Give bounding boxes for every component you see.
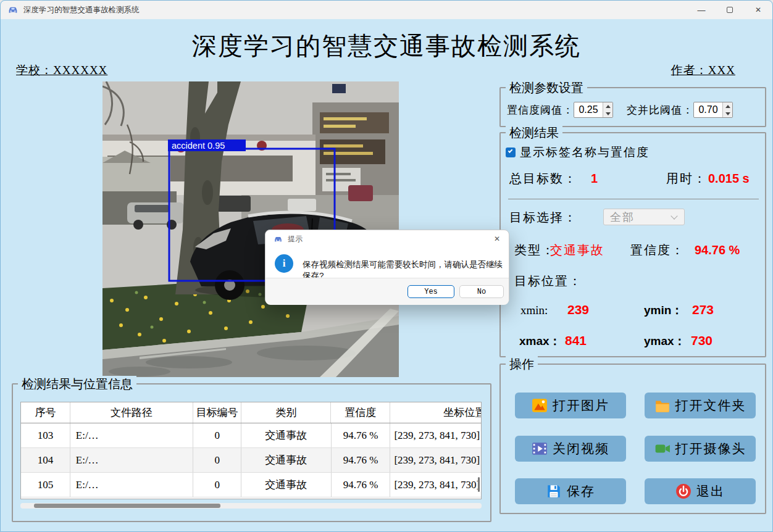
info-icon: i xyxy=(275,254,293,273)
results-group: 检测结果 显示标签名称与置信度 总目标数： 1 用时： 0.015 s 目标选择… xyxy=(499,132,766,357)
bbox-label: accident 0.95 xyxy=(172,141,225,151)
cell-target-id: 0 xyxy=(193,423,241,447)
confidence-value: 94.76 % xyxy=(695,243,740,257)
cell-class: 交通事故 xyxy=(241,473,332,497)
conf-threshold-spinbox[interactable]: 0.25 xyxy=(574,102,613,118)
car-app-icon xyxy=(7,4,19,15)
image-icon xyxy=(532,397,548,414)
cell-coords: [239, 273, 841, 730] xyxy=(390,448,481,472)
dialog-yes-button[interactable]: Yes xyxy=(407,285,454,298)
dialog-close-button[interactable]: ✕ xyxy=(488,231,506,246)
target-select-value: 全部 xyxy=(604,210,672,225)
xmax-value: 841 xyxy=(565,333,587,348)
exit-button[interactable]: 退出 xyxy=(645,478,756,504)
actions-group: 操作 打开图片 打开文件夹 关闭视频 打开摄像头 xyxy=(499,364,766,514)
folder-icon xyxy=(654,397,671,414)
school-label: 学校：XXXXXX xyxy=(16,62,107,78)
conf-threshold-value: 0.25 xyxy=(574,102,603,117)
cell-filepath: E:/… xyxy=(70,448,193,472)
table-horizontal-scrollbar[interactable] xyxy=(20,503,482,509)
spin-up-icon[interactable] xyxy=(603,102,612,110)
actions-group-title: 操作 xyxy=(506,356,538,373)
target-select-combobox[interactable]: 全部 xyxy=(603,209,685,225)
close-button[interactable]: ✕ xyxy=(744,1,772,19)
save-icon xyxy=(546,483,562,499)
iou-threshold-value: 0.70 xyxy=(694,102,722,117)
open-folder-button[interactable]: 打开文件夹 xyxy=(645,393,756,418)
open-camera-button[interactable]: 打开摄像头 xyxy=(645,436,756,462)
app-window: 深度学习的智慧交通事故检测系统 — ✕ 深度学习的智慧交通事故检测系统 学校：X… xyxy=(0,0,773,532)
checkbox-check-icon xyxy=(508,148,513,153)
iou-spin-arrows[interactable] xyxy=(722,102,732,117)
car-app-icon xyxy=(274,235,283,244)
dialog-titlebar: 提示 ✕ xyxy=(265,230,509,247)
ymin-label: ymin： xyxy=(644,302,683,318)
col-header-target-id: 目标编号 xyxy=(193,402,241,423)
cell-target-id: 0 xyxy=(193,448,241,472)
cell-class: 交通事故 xyxy=(241,423,332,447)
cell-confidence: 94.76 % xyxy=(332,448,391,472)
open-image-button[interactable]: 打开图片 xyxy=(515,393,626,418)
maximize-icon xyxy=(727,7,733,13)
minimize-button[interactable]: — xyxy=(687,1,716,19)
cell-index: 103 xyxy=(21,423,70,447)
col-header-class: 类别 xyxy=(241,402,332,423)
window-controls: — ✕ xyxy=(687,1,772,19)
cell-index: 105 xyxy=(21,473,70,497)
confidence-label: 置信度： xyxy=(630,242,685,259)
cell-filepath: E:/… xyxy=(70,473,193,497)
params-group-title: 检测参数设置 xyxy=(506,80,587,96)
chevron-down-icon xyxy=(671,212,677,219)
ymax-value: 730 xyxy=(691,333,712,348)
spin-up-icon[interactable] xyxy=(723,102,732,110)
col-header-filepath: 文件路径 xyxy=(70,402,193,423)
titlebar: 深度学习的智慧交通事故检测系统 — ✕ xyxy=(1,1,772,19)
camera-icon xyxy=(654,441,671,457)
close-icon: ✕ xyxy=(494,235,500,243)
cell-target-id: 0 xyxy=(193,473,241,497)
vertical-scrollbar-thumb[interactable] xyxy=(478,477,480,492)
spin-down-icon[interactable] xyxy=(603,110,612,117)
table-group: 检测结果与位置信息 序号 文件路径 目标编号 类别 置信度 坐标位置 103 E… xyxy=(12,383,491,522)
maximize-button[interactable] xyxy=(716,1,744,19)
conf-spin-arrows[interactable] xyxy=(603,102,612,117)
results-table[interactable]: 序号 文件路径 目标编号 类别 置信度 坐标位置 103 E:/… 0 交通事故… xyxy=(20,402,482,499)
table-row[interactable]: 104 E:/… 0 交通事故 94.76 % [239, 273, 841, … xyxy=(21,448,481,473)
total-targets-value: 1 xyxy=(591,172,598,186)
cell-filepath: E:/… xyxy=(70,423,193,447)
page-title: 深度学习的智慧交通事故检测系统 xyxy=(1,29,772,63)
conf-threshold-label: 置信度阈值： xyxy=(507,103,574,117)
dialog-no-button[interactable]: No xyxy=(459,285,504,298)
params-row: 置信度阈值： 0.25 交并比阈值： 0.70 xyxy=(507,102,733,118)
close-icon: ✕ xyxy=(755,6,761,14)
show-labels-checkbox[interactable] xyxy=(506,148,516,157)
show-labels-label: 显示标签名称与置信度 xyxy=(520,144,650,160)
iou-threshold-spinbox[interactable]: 0.70 xyxy=(693,102,733,118)
spin-down-icon[interactable] xyxy=(723,110,732,117)
table-row[interactable]: 103 E:/… 0 交通事故 94.76 % [239, 273, 841, … xyxy=(21,423,481,448)
table-header-row: 序号 文件路径 目标编号 类别 置信度 坐标位置 xyxy=(21,402,481,423)
save-button[interactable]: 保存 xyxy=(515,478,626,504)
save-confirm-dialog: 提示 ✕ i 保存视频检测结果可能需要较长时间，请确认是否继续保存? Yes N… xyxy=(265,230,509,304)
cell-coords: [239, 273, 841, 730] xyxy=(390,473,481,497)
horizontal-scrollbar-thumb[interactable] xyxy=(34,504,220,508)
cell-confidence: 94.76 % xyxy=(332,423,391,447)
results-divider xyxy=(508,199,759,199)
cell-index: 104 xyxy=(21,448,70,472)
close-video-button[interactable]: 关闭视频 xyxy=(515,436,626,462)
power-icon xyxy=(675,483,692,499)
params-group: 检测参数设置 置信度阈值： 0.25 交并比阈值： 0.70 xyxy=(499,87,766,127)
cell-class: 交通事故 xyxy=(241,448,332,472)
window-title: 深度学习的智慧交通事故检测系统 xyxy=(23,5,140,15)
table-row[interactable]: 105 E:/… 0 交通事故 94.76 % [239, 273, 841, … xyxy=(21,473,481,497)
xmin-value: 239 xyxy=(567,302,589,317)
film-icon xyxy=(532,441,548,457)
target-position-label: 目标位置： xyxy=(514,273,582,289)
col-header-index: 序号 xyxy=(21,402,70,423)
iou-threshold-label: 交并比阈值： xyxy=(627,103,693,117)
dialog-title: 提示 xyxy=(288,234,303,244)
ymin-value: 273 xyxy=(692,302,714,317)
xmin-label: xmin: xyxy=(520,304,548,317)
show-labels-checkbox-row[interactable]: 显示标签名称与置信度 xyxy=(506,144,650,160)
dialog-footer: Yes No xyxy=(265,278,509,305)
